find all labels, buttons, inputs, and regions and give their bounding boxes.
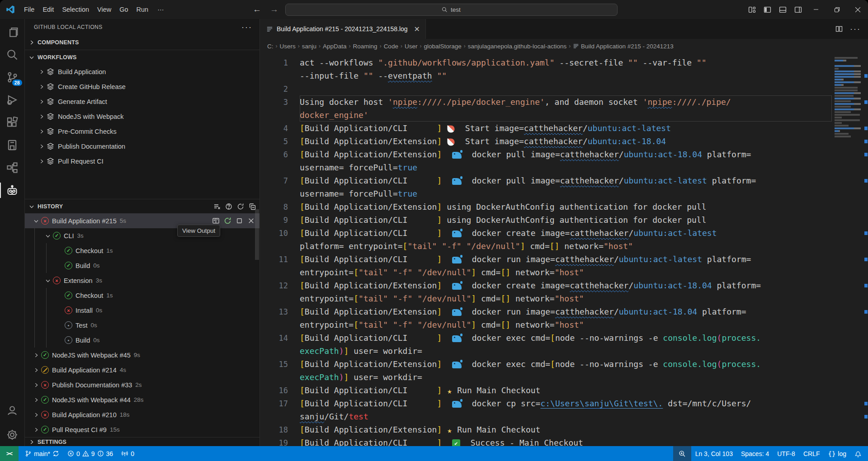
chev-down-icon[interactable] [43, 231, 53, 241]
editor-more-actions-icon[interactable]: ··· [850, 24, 861, 34]
menu-file[interactable]: File [20, 4, 38, 15]
file-path-link[interactable]: c:\Users\ [540, 399, 585, 408]
dismiss-icon[interactable] [247, 217, 255, 225]
history-row[interactable]: ×Install0s [25, 303, 259, 318]
toggle-secondary-sidebar-icon[interactable] [790, 3, 806, 16]
workflow-item[interactable]: Create GitHub Release [25, 79, 259, 94]
section-history[interactable]: HISTORY [25, 199, 259, 213]
menu-edit[interactable]: Edit [38, 4, 58, 15]
breadcrumb-item[interactable]: Code [384, 43, 398, 50]
breadcrumb-item[interactable]: sanjulaganepola.github-local-actions [468, 43, 566, 50]
menu-selection[interactable]: Selection [58, 4, 93, 15]
breadcrumb-item[interactable]: Users [280, 43, 296, 50]
nav-forward-icon[interactable]: → [268, 5, 281, 14]
history-row[interactable]: ×Extension3s [25, 273, 259, 288]
chev-right-icon[interactable] [31, 350, 41, 360]
clear-history-icon[interactable] [213, 203, 221, 210]
history-row[interactable]: Build Application #2144s [25, 362, 259, 377]
section-components[interactable]: COMPONENTS [25, 35, 259, 50]
breadcrumb-item[interactable]: globalStorage [424, 43, 461, 50]
activity-accounts[interactable] [0, 399, 25, 422]
zoom-indicator[interactable] [673, 446, 691, 461]
ports-status[interactable]: 0 [117, 446, 138, 461]
rerun-icon[interactable] [224, 217, 231, 225]
history-row[interactable]: ×Build Application #2155s [25, 213, 259, 228]
history-row[interactable]: ✓CLI3s [25, 228, 259, 243]
branch-status[interactable]: main* [19, 446, 63, 461]
menu-view[interactable]: View [93, 4, 115, 15]
file-path-link[interactable]: \Git\test\. [609, 399, 663, 408]
breadcrumb-item[interactable]: sanju [302, 43, 316, 50]
file-path-link[interactable]: sanju [585, 399, 609, 409]
menu-more[interactable]: ··· [153, 4, 168, 15]
workflow-item[interactable]: Pull Request CI [25, 154, 259, 169]
history-row[interactable]: ✓Checkout1s [25, 288, 259, 303]
activity-remote-explorer[interactable] [0, 134, 25, 156]
split-editor-icon[interactable] [835, 25, 843, 33]
minimap[interactable] [835, 57, 861, 138]
chev-down-icon[interactable] [31, 216, 41, 226]
customize-layout-icon[interactable] [744, 3, 760, 16]
workflow-item[interactable]: NodeJS with Webpack [25, 109, 259, 124]
restore-button[interactable] [826, 0, 847, 19]
language-mode[interactable]: {} log [824, 446, 850, 461]
breadcrumb-item[interactable]: User [405, 43, 418, 50]
activity-search[interactable] [0, 43, 25, 66]
remote-indicator[interactable]: >< [0, 446, 19, 461]
workflow-item[interactable]: Publish Documentation [25, 139, 259, 154]
workflow-item[interactable]: Pre-Commit Checks [25, 124, 259, 139]
chev-down-icon[interactable] [43, 276, 53, 286]
sidebar-scrollbar[interactable] [255, 209, 259, 260]
toggle-panel-icon[interactable] [775, 3, 790, 16]
history-row[interactable]: ✓Checkout1s [25, 243, 259, 258]
tab-log-file[interactable]: Build Application #215 - 20241213_224158… [260, 19, 426, 39]
stop-icon[interactable] [236, 217, 243, 225]
chev-right-icon[interactable] [31, 410, 41, 420]
history-row[interactable]: •Test0s [25, 318, 259, 333]
history-row[interactable]: •Build0s [25, 333, 259, 348]
chev-right-icon[interactable] [31, 425, 41, 435]
activity-explorer[interactable] [0, 21, 25, 43]
activity-source-control[interactable]: 28 [0, 66, 25, 89]
problems-status[interactable]: 0 9 36 [63, 446, 117, 461]
command-center-search[interactable]: test [285, 4, 618, 16]
chev-right-icon[interactable] [31, 380, 41, 390]
cursor-position[interactable]: Ln 3, Col 103 [691, 446, 737, 461]
nav-back-icon[interactable]: ← [251, 5, 264, 14]
activity-extensions[interactable] [0, 111, 25, 134]
breadcrumb-item[interactable]: Roaming [353, 43, 377, 50]
workflow-item[interactable]: Generate Artifact [25, 94, 259, 109]
chev-right-icon[interactable] [31, 395, 41, 405]
overview-ruler[interactable] [864, 53, 868, 446]
indentation-status[interactable]: Spaces: 4 [737, 446, 773, 461]
workflow-item[interactable]: Build Application [25, 64, 259, 79]
breadcrumb-item[interactable]: Build Application #215 - 20241213 [573, 43, 674, 50]
chev-right-icon[interactable] [31, 365, 41, 375]
toggle-sidebar-icon[interactable] [760, 3, 775, 16]
history-row[interactable]: ×Build Application #21018s [25, 407, 259, 422]
activity-github-local-actions[interactable] [0, 179, 25, 202]
help-icon[interactable] [225, 203, 232, 210]
menu-run[interactable]: Run [132, 4, 153, 15]
sidebar-more-actions-icon[interactable]: ··· [241, 23, 252, 32]
breadcrumb-item[interactable]: AppData [323, 43, 347, 50]
history-row[interactable]: ✓NodeJS with Webpack #459s [25, 348, 259, 362]
activity-containers[interactable] [0, 156, 25, 179]
history-row[interactable]: ✓Build0s [25, 258, 259, 273]
tab-close-icon[interactable]: ✕ [414, 25, 420, 33]
encoding-status[interactable]: UTF-8 [773, 446, 799, 461]
refresh-icon[interactable] [237, 203, 244, 210]
history-row[interactable]: ✓NodeJS with Webpack #4428s [25, 392, 259, 407]
section-settings[interactable]: SETTINGS [25, 437, 259, 446]
breadcrumb-item[interactable]: C: [267, 43, 274, 50]
history-row[interactable]: ✓Pull Request CI #915s [25, 422, 259, 437]
history-row[interactable]: ×Publish Documentation #332s [25, 377, 259, 392]
view-output-icon[interactable] [212, 217, 220, 225]
activity-settings[interactable] [0, 423, 25, 446]
close-window-button[interactable] [847, 0, 868, 19]
section-workflows[interactable]: WORKFLOWS [25, 50, 259, 64]
eol-status[interactable]: CRLF [799, 446, 824, 461]
minimize-button[interactable] [806, 0, 826, 19]
activity-run-debug[interactable] [0, 89, 25, 111]
notifications-bell-icon[interactable] [850, 446, 868, 461]
